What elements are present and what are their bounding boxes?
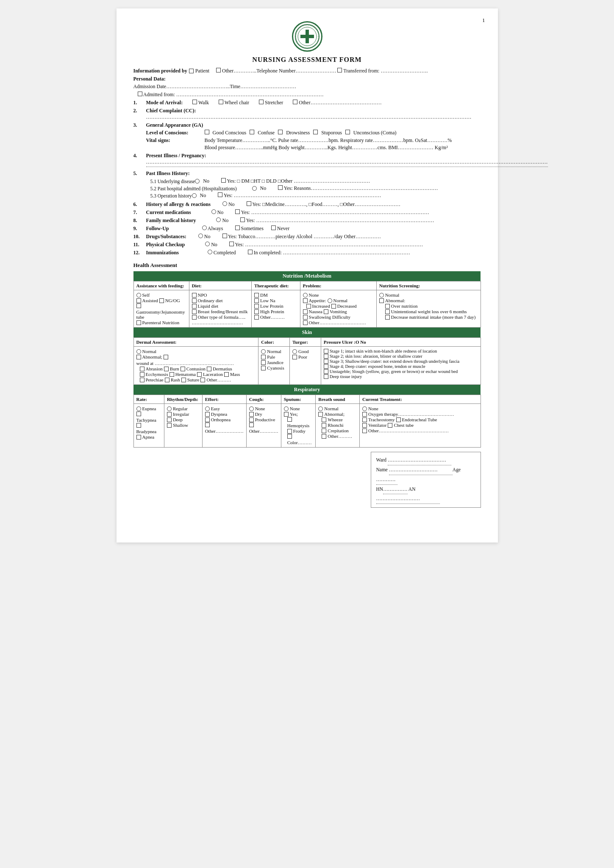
shallow-cb[interactable] bbox=[167, 423, 172, 428]
breath-abnormal-cb[interactable] bbox=[318, 412, 323, 417]
cough-dry-cb[interactable] bbox=[249, 412, 254, 417]
regular-radio[interactable] bbox=[167, 406, 172, 411]
item-8-yes-cb[interactable] bbox=[240, 217, 245, 222]
sputum-none-radio[interactable] bbox=[284, 406, 289, 411]
rash-cb[interactable] bbox=[165, 378, 169, 382]
mass-cb[interactable] bbox=[224, 372, 229, 377]
item-9-sometimes-cb[interactable] bbox=[235, 225, 240, 230]
ns-abnormal-cb[interactable] bbox=[379, 298, 384, 303]
cough-productive-cb[interactable] bbox=[249, 417, 254, 422]
item-10-no-radio[interactable] bbox=[198, 234, 203, 238]
contusion-cb[interactable] bbox=[181, 367, 185, 371]
high-protein-cb[interactable] bbox=[254, 309, 259, 314]
appetite-normal-radio[interactable] bbox=[328, 298, 332, 303]
cyanosis-cb[interactable] bbox=[261, 366, 266, 370]
item-9-always-radio[interactable] bbox=[202, 225, 207, 230]
dermal-normal-radio[interactable] bbox=[136, 349, 141, 354]
stretcher-cb[interactable] bbox=[259, 100, 264, 104]
turgor-poor-cb[interactable] bbox=[292, 355, 297, 359]
over-nutrition-cb[interactable] bbox=[385, 304, 390, 309]
parenteral-cb[interactable] bbox=[136, 320, 141, 325]
petechiae-cb[interactable] bbox=[140, 378, 144, 382]
deep-tissue-cb[interactable] bbox=[324, 374, 328, 379]
stage2-cb[interactable] bbox=[324, 354, 328, 359]
5-2-no-radio[interactable] bbox=[252, 186, 257, 191]
wheelchair-cb[interactable] bbox=[219, 100, 223, 104]
sputum-yes-cb[interactable] bbox=[284, 412, 289, 417]
other-skin-cb[interactable] bbox=[200, 378, 205, 382]
tachypnea-cb[interactable] bbox=[136, 412, 141, 416]
treatment-none-radio[interactable] bbox=[362, 406, 367, 411]
dermal-abnormal-cb[interactable] bbox=[136, 355, 141, 359]
transferred-checkbox[interactable] bbox=[337, 68, 342, 72]
suture-cb[interactable] bbox=[181, 378, 186, 382]
easy-radio[interactable] bbox=[205, 406, 210, 411]
ng-og-cb[interactable] bbox=[159, 298, 164, 303]
ecchymosis-cb[interactable] bbox=[140, 372, 144, 377]
5-1-no-radio[interactable] bbox=[195, 179, 200, 184]
ns-normal-radio[interactable] bbox=[379, 293, 384, 298]
endo-cb[interactable] bbox=[396, 417, 401, 422]
other-problem-cb[interactable] bbox=[303, 320, 308, 325]
burn-cb[interactable] bbox=[164, 367, 169, 371]
item-6-no-radio[interactable] bbox=[222, 201, 227, 206]
item-11-no-radio[interactable] bbox=[205, 242, 210, 246]
color-sputum-cb[interactable] bbox=[287, 434, 292, 439]
dermatius-cb[interactable] bbox=[207, 367, 211, 371]
none-problem-radio[interactable] bbox=[303, 293, 308, 298]
chest-tube-cb[interactable] bbox=[388, 423, 392, 428]
rhonchi-cb[interactable] bbox=[322, 423, 326, 428]
assisted-cb[interactable] bbox=[136, 298, 141, 303]
other1-cb[interactable] bbox=[293, 100, 297, 104]
oxygen-cb[interactable] bbox=[362, 412, 367, 417]
weight-loss-cb[interactable] bbox=[385, 309, 390, 314]
item-12-completed-radio[interactable] bbox=[208, 250, 212, 254]
color-normal-radio[interactable] bbox=[261, 349, 266, 354]
5-1-yes-cb[interactable] bbox=[221, 178, 226, 183]
confuse-cb[interactable] bbox=[250, 130, 254, 134]
low-protein-cb[interactable] bbox=[254, 304, 259, 309]
admitted-checkbox[interactable] bbox=[138, 92, 142, 96]
patient-checkbox[interactable] bbox=[189, 69, 194, 73]
increased-cb[interactable] bbox=[306, 304, 311, 309]
turgor-good-radio[interactable] bbox=[292, 349, 297, 354]
swallowing-cb[interactable] bbox=[303, 315, 308, 320]
item-11-yes-cb[interactable] bbox=[229, 242, 234, 246]
decrease-intake-cb[interactable] bbox=[385, 315, 390, 320]
hemo-cb[interactable] bbox=[287, 417, 292, 422]
dyspnea-cb[interactable] bbox=[205, 412, 210, 417]
item-7-no-radio[interactable] bbox=[211, 209, 216, 214]
decreased-cb[interactable] bbox=[331, 304, 336, 309]
gastro-cb[interactable] bbox=[136, 303, 141, 308]
wheeze-cb[interactable] bbox=[322, 417, 326, 422]
hematoma-cb[interactable] bbox=[169, 372, 174, 377]
npo-cb[interactable] bbox=[192, 293, 197, 298]
5-3-no-radio[interactable] bbox=[192, 193, 197, 198]
frothy-cb[interactable] bbox=[287, 429, 292, 434]
cough-other-cb[interactable] bbox=[249, 423, 254, 427]
other-formula-cb[interactable] bbox=[192, 315, 197, 320]
ordinary-cb[interactable] bbox=[192, 298, 197, 303]
item-8-no-radio[interactable] bbox=[216, 217, 221, 222]
treatment-other-cb[interactable] bbox=[362, 428, 367, 433]
appetite-cb[interactable] bbox=[303, 298, 308, 303]
abrasion-cb[interactable] bbox=[140, 367, 144, 371]
deep-cb[interactable] bbox=[167, 417, 172, 422]
other-diet-cb[interactable] bbox=[254, 315, 259, 320]
unconscious-cb[interactable] bbox=[345, 130, 350, 134]
low-na-cb[interactable] bbox=[254, 298, 259, 303]
other-effort-cb[interactable] bbox=[205, 423, 210, 427]
liquid-cb[interactable] bbox=[192, 304, 197, 309]
item-9-never-cb[interactable] bbox=[271, 225, 276, 230]
item-6-yes-cb[interactable] bbox=[247, 201, 251, 206]
5-3-yes-cb[interactable] bbox=[218, 192, 222, 197]
good-conscious-cb[interactable] bbox=[205, 130, 209, 134]
apnea-cb[interactable] bbox=[136, 435, 141, 440]
drowsiness-cb[interactable] bbox=[278, 130, 283, 134]
laceration-cb[interactable] bbox=[197, 372, 202, 377]
jaundice-cb[interactable] bbox=[261, 360, 266, 365]
breath-other-cb[interactable] bbox=[322, 434, 326, 439]
bradypnea-cb[interactable] bbox=[136, 423, 141, 428]
item-10-yes-cb[interactable] bbox=[222, 234, 227, 238]
stuporous-cb[interactable] bbox=[313, 130, 318, 134]
